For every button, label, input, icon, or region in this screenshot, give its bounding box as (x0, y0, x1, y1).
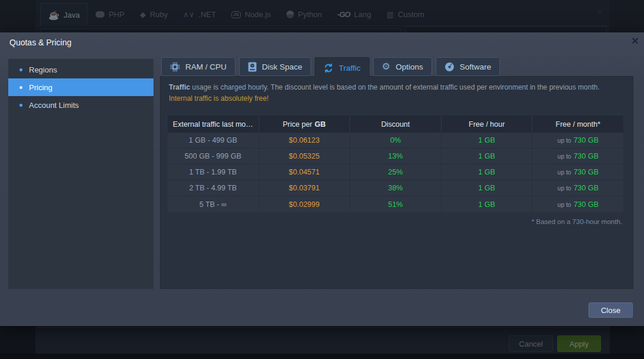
table-body: 1 GB - 499 GB $0.06123 0% 1 GB up to730 … (168, 133, 623, 212)
sidebar-item-account-limits[interactable]: Account Limits (8, 96, 153, 114)
cpu-chip-icon (170, 62, 180, 72)
tab-label: Traffic (339, 64, 361, 73)
cell-free-hour: 1 GB (442, 149, 533, 164)
dialog-sidebar: Regions Pricing Account Limits (8, 59, 153, 289)
quotas-pricing-dialog: Quotas & Pricing × Regions Pricing Accou… (0, 32, 644, 326)
cell-range: 2 TB - 4.99 TB (168, 180, 259, 196)
cell-discount: 38% (350, 180, 442, 196)
col-header-price-unit: GB (315, 120, 326, 129)
col-header-free-hour: Free / hour (442, 116, 533, 133)
dialog-title: Quotas & Pricing (9, 38, 71, 47)
cell-price: $0.04571 (259, 164, 351, 180)
gear-icon: ⚙ (382, 62, 390, 71)
tab-disk-space[interactable]: Disk Space (239, 57, 311, 76)
cell-free-hour: 1 GB (442, 180, 533, 196)
hard-drive-icon (248, 62, 257, 72)
cell-free-month-prefix: up to (557, 137, 571, 144)
cell-free-month-value: 730 GB (574, 200, 599, 209)
traffic-panel: Traffic usage is charged hourly. The dis… (160, 76, 633, 289)
cell-price: $0.05325 (259, 149, 351, 164)
cell-range: 1 GB - 499 GB (168, 133, 259, 148)
cell-price: $0.02999 (259, 196, 351, 212)
table-footnote: * Based on a 730-hour month. (532, 218, 622, 225)
close-button[interactable]: Close (589, 302, 633, 318)
col-header-free-month: Free / month* (532, 116, 623, 133)
cell-free-month-prefix: up to (557, 169, 571, 176)
bullet-icon (19, 104, 22, 107)
tab-software[interactable]: Software (436, 57, 500, 76)
traffic-description-rest: usage is charged hourly. The discount le… (190, 83, 600, 91)
tab-ram-cpu[interactable]: RAM / CPU (161, 57, 236, 76)
cell-free-month: up to730 GB (532, 164, 623, 180)
traffic-pricing-table: External traffic last mo… Price per GB D… (168, 116, 623, 212)
cell-discount: 25% (350, 164, 442, 180)
table-row: 1 GB - 499 GB $0.06123 0% 1 GB up to730 … (168, 133, 623, 149)
cell-price: $0.03791 (259, 180, 351, 196)
tab-label: Options (395, 62, 423, 71)
table-row: 500 GB - 999 GB $0.05325 13% 1 GB up to7… (168, 149, 623, 164)
col-header-price: Price per GB (259, 116, 351, 133)
dialog-close-icon[interactable]: × (632, 33, 639, 48)
cell-discount: 0% (350, 133, 442, 148)
cell-free-month-value: 730 GB (574, 152, 599, 160)
tab-options[interactable]: ⚙ Options (373, 57, 432, 76)
table-row: 1 TB - 1.99 TB $0.04571 25% 1 GB up to73… (168, 164, 623, 180)
cell-free-month-value: 730 GB (574, 184, 599, 192)
sidebar-item-regions[interactable]: Regions (8, 61, 153, 78)
tab-label: Software (460, 62, 491, 71)
cell-free-month-prefix: up to (557, 201, 571, 208)
cell-free-hour: 1 GB (442, 133, 533, 148)
sidebar-item-label: Pricing (29, 83, 53, 92)
table-header-row: External traffic last mo… Price per GB D… (168, 116, 623, 133)
refresh-arrows-icon (323, 63, 334, 73)
col-header-traffic: External traffic last mo… (168, 116, 259, 133)
table-row: 2 TB - 4.99 TB $0.03791 38% 1 GB up to73… (168, 180, 623, 196)
cell-free-month-prefix: up to (557, 185, 571, 192)
bullet-icon (19, 86, 22, 89)
col-header-discount: Discount (350, 116, 442, 133)
tab-traffic[interactable]: Traffic (315, 57, 370, 78)
cell-range: 500 GB - 999 GB (168, 149, 259, 164)
cell-free-month: up to730 GB (532, 180, 623, 196)
cell-free-month: up to730 GB (532, 196, 623, 212)
tab-label: RAM / CPU (185, 62, 227, 71)
cell-free-hour: 1 GB (442, 196, 533, 212)
traffic-description: Traffic usage is charged hourly. The dis… (169, 83, 629, 91)
sidebar-item-label: Account Limits (29, 101, 79, 110)
col-header-price-prefix: Price per (283, 120, 312, 129)
bullet-icon (19, 68, 22, 71)
table-row: 5 TB - ∞ $0.02999 51% 1 GB up to730 GB (168, 196, 623, 212)
cell-free-month: up to730 GB (532, 149, 623, 164)
internal-traffic-note: Internal traffic is absolutely free! (169, 94, 269, 103)
cell-free-month-prefix: up to (557, 153, 571, 160)
pricing-tab-bar: RAM / CPU Disk Space Traffic ⚙ Options S… (161, 57, 500, 78)
cell-discount: 13% (350, 149, 442, 164)
disc-icon (444, 62, 455, 72)
cell-free-month-value: 730 GB (574, 136, 599, 144)
traffic-description-bold: Traffic (169, 83, 190, 91)
sidebar-item-label: Regions (29, 65, 57, 74)
cell-free-month-value: 730 GB (574, 168, 599, 176)
tab-label: Disk Space (262, 62, 302, 71)
sidebar-item-pricing[interactable]: Pricing (8, 78, 153, 96)
cell-price: $0.06123 (259, 133, 351, 148)
cell-range: 1 TB - 1.99 TB (168, 164, 259, 180)
cell-free-hour: 1 GB (442, 164, 533, 180)
cell-range: 5 TB - ∞ (168, 196, 259, 212)
cell-free-month: up to730 GB (532, 133, 623, 148)
cell-discount: 51% (350, 196, 442, 212)
